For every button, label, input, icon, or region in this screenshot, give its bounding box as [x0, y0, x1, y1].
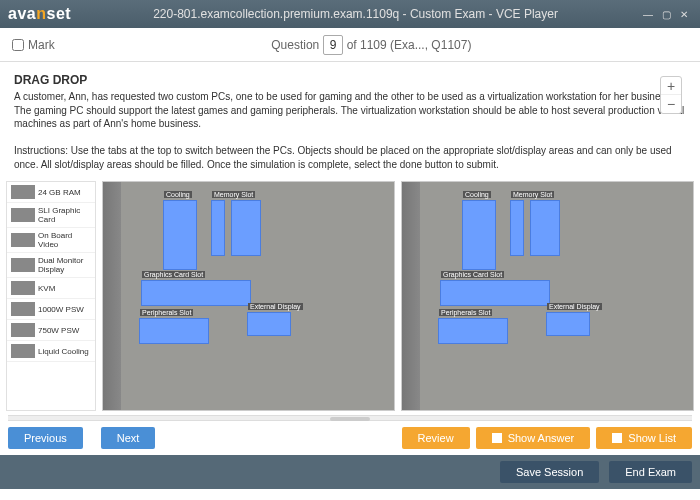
pc-board-2[interactable]: Cooling Memory Slot Graphics Card Slot E… [401, 181, 694, 411]
question-label: Question [271, 38, 319, 52]
graphics-slot[interactable]: Graphics Card Slot [141, 280, 251, 306]
slot-label: Cooling [164, 191, 192, 198]
ram-icon [11, 185, 35, 199]
slot-label: Memory Slot [212, 191, 255, 198]
pc-board-1[interactable]: Cooling Memory Slot Graphics Card Slot E… [102, 181, 395, 411]
question-total: of 1109 (Exa..., Q1107) [347, 38, 472, 52]
logo-part: set [46, 5, 71, 22]
slot-label: External Display [547, 303, 602, 310]
logo-part: ava [8, 5, 36, 22]
cooling-slot[interactable]: Cooling [462, 200, 496, 270]
nav-row: Previous Next Review Show Answer Show Li… [0, 421, 700, 455]
palette-item[interactable]: Dual Monitor Display [7, 253, 95, 278]
external-display-slot[interactable]: External Display [546, 312, 590, 336]
spare-slot[interactable] [530, 200, 560, 256]
external-display-slot[interactable]: External Display [247, 312, 291, 336]
cooling-slot[interactable]: Cooling [163, 200, 197, 270]
checkbox-icon [492, 433, 502, 443]
memory-slot[interactable]: Memory Slot [510, 200, 524, 256]
slot-label: Peripherals Slot [439, 309, 492, 316]
window-controls: — ▢ ✕ [640, 7, 692, 21]
mark-label: Mark [28, 38, 55, 52]
question-position: Question 9 of 1109 (Exa..., Q1107) [55, 35, 688, 55]
palette-item[interactable]: 24 GB RAM [7, 182, 95, 203]
slot-label: Graphics Card Slot [441, 271, 504, 278]
question-number-input[interactable]: 9 [323, 35, 344, 55]
memory-slot[interactable]: Memory Slot [211, 200, 225, 256]
psu-icon [11, 323, 35, 337]
graphics-slot[interactable]: Graphics Card Slot [440, 280, 550, 306]
close-icon[interactable]: ✕ [676, 7, 692, 21]
show-answer-button[interactable]: Show Answer [476, 427, 591, 449]
slot-label: Cooling [463, 191, 491, 198]
question-instructions: Instructions: Use the tabs at the top to… [14, 144, 686, 171]
cooling-icon [11, 344, 35, 358]
palette-item[interactable]: 750W PSW [7, 320, 95, 341]
palette-label: On Board Video [38, 231, 91, 249]
question-bar: Mark Question 9 of 1109 (Exa..., Q1107) [0, 28, 700, 62]
peripherals-slot[interactable]: Peripherals Slot [139, 318, 209, 344]
zoom-in-icon[interactable]: + [661, 77, 681, 95]
show-list-button[interactable]: Show List [596, 427, 692, 449]
save-session-button[interactable]: Save Session [500, 461, 599, 483]
palette-label: 24 GB RAM [38, 188, 81, 197]
simulation-area: 24 GB RAM SLI Graphic Card On Board Vide… [0, 181, 700, 411]
slot-label: Peripherals Slot [140, 309, 193, 316]
component-palette[interactable]: 24 GB RAM SLI Graphic Card On Board Vide… [6, 181, 96, 411]
palette-label: 750W PSW [38, 326, 79, 335]
app-logo: avanset [8, 5, 71, 23]
palette-item[interactable]: 1000W PSW [7, 299, 95, 320]
palette-item[interactable]: On Board Video [7, 228, 95, 253]
palette-label: 1000W PSW [38, 305, 84, 314]
mark-checkbox-input[interactable] [12, 39, 24, 51]
mark-checkbox[interactable]: Mark [12, 38, 55, 52]
checkbox-icon [612, 433, 622, 443]
palette-label: KVM [38, 284, 55, 293]
zoom-out-icon[interactable]: − [661, 95, 681, 113]
slot-label: External Display [248, 303, 303, 310]
gpu-icon [11, 208, 35, 222]
window-title: 220-801.examcollection.premium.exam.1109… [71, 7, 640, 21]
peripherals-slot[interactable]: Peripherals Slot [438, 318, 508, 344]
titlebar: avanset 220-801.examcollection.premium.e… [0, 0, 700, 28]
zoom-control: + − [660, 76, 682, 114]
palette-label: Dual Monitor Display [38, 256, 91, 274]
spare-slot[interactable] [231, 200, 261, 256]
palette-item[interactable]: KVM [7, 278, 95, 299]
video-icon [11, 233, 35, 247]
palette-item[interactable]: Liquid Cooling [7, 341, 95, 362]
palette-label: SLI Graphic Card [38, 206, 91, 224]
monitor-icon [11, 258, 35, 272]
motherboards: Cooling Memory Slot Graphics Card Slot E… [96, 181, 694, 411]
minimize-icon[interactable]: — [640, 7, 656, 21]
logo-part-n: n [36, 5, 46, 22]
question-text: DRAG DROP A customer, Ann, has requested… [0, 62, 700, 181]
review-button[interactable]: Review [402, 427, 470, 449]
footer: Save Session End Exam [0, 455, 700, 489]
kvm-icon [11, 281, 35, 295]
slot-label: Memory Slot [511, 191, 554, 198]
previous-button[interactable]: Previous [8, 427, 83, 449]
next-button[interactable]: Next [101, 427, 156, 449]
psu-icon [11, 302, 35, 316]
palette-label: Liquid Cooling [38, 347, 89, 356]
palette-item[interactable]: SLI Graphic Card [7, 203, 95, 228]
question-heading: DRAG DROP [14, 72, 686, 88]
end-exam-button[interactable]: End Exam [609, 461, 692, 483]
slot-label: Graphics Card Slot [142, 271, 205, 278]
button-label: Show List [628, 432, 676, 444]
question-paragraph: A customer, Ann, has requested two custo… [14, 90, 686, 131]
button-label: Show Answer [508, 432, 575, 444]
maximize-icon[interactable]: ▢ [658, 7, 674, 21]
